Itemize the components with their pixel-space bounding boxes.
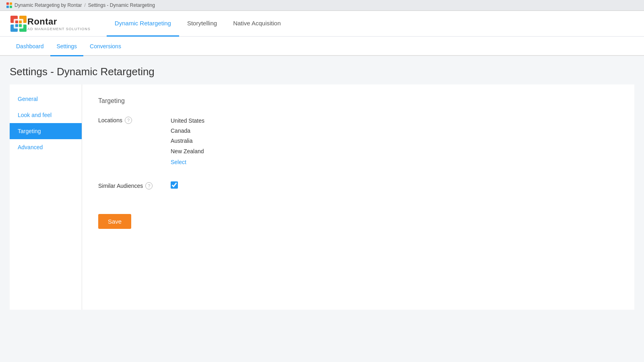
logo-area: Rontar AD MANAGEMENT SOLUTIONS — [10, 15, 91, 33]
tab-dashboard[interactable]: Dashboard — [10, 37, 50, 56]
locations-row: Locations ? United States Canada Austral… — [98, 116, 618, 165]
breadcrumb-page: Settings - Dynamic Retargeting — [88, 2, 155, 8]
similar-audiences-help-icon[interactable]: ? — [145, 182, 153, 189]
breadcrumb-app: Dynamic Retargeting by Rontar — [14, 2, 82, 8]
locations-value: United States Canada Australia New Zeala… — [171, 116, 618, 165]
location-ca: Canada — [171, 126, 618, 136]
brand-name: Rontar — [27, 16, 91, 27]
sidebar-item-look-and-feel[interactable]: Look and feel — [10, 107, 82, 123]
location-us: United States — [171, 116, 618, 126]
section-title: Targeting — [98, 97, 618, 105]
nav-item-dynamic-retargeting[interactable]: Dynamic Retargeting — [107, 11, 179, 37]
main-nav: Dynamic Retargeting Storytelling Native … — [107, 11, 289, 36]
nav-item-native-acquisition[interactable]: Native Acquisition — [225, 11, 289, 37]
similar-audiences-value — [171, 181, 618, 190]
locations-list: United States Canada Australia New Zeala… — [171, 116, 618, 156]
svg-rect-9 — [15, 21, 18, 23]
brand-tagline: AD MANAGEMENT SOLUTIONS — [27, 27, 91, 31]
svg-rect-1 — [10, 2, 12, 5]
svg-rect-3 — [10, 6, 12, 8]
nav-item-storytelling[interactable]: Storytelling — [179, 11, 225, 37]
breadcrumb-separator: / — [84, 2, 85, 8]
page-title: Settings - Dynamic Retargeting — [10, 66, 634, 78]
sidebar-item-targeting[interactable]: Targeting — [10, 123, 82, 139]
tab-settings[interactable]: Settings — [50, 37, 84, 56]
save-button[interactable]: Save — [98, 214, 131, 229]
location-nz: New Zealand — [171, 146, 618, 156]
svg-rect-2 — [6, 6, 9, 8]
main-header: Rontar AD MANAGEMENT SOLUTIONS Dynamic R… — [0, 11, 644, 37]
main-content: Targeting Locations ? United States Cana… — [82, 84, 634, 310]
browser-bar: Dynamic Retargeting by Rontar / Settings… — [0, 0, 644, 11]
svg-rect-0 — [6, 2, 9, 5]
content-layout: General Look and feel Targeting Advanced… — [0, 84, 644, 326]
sidebar-item-general[interactable]: General — [10, 91, 82, 107]
sidebar-item-advanced[interactable]: Advanced — [10, 139, 82, 155]
similar-audiences-row: Similar Audiences ? — [98, 181, 618, 190]
logo-icon — [10, 15, 27, 33]
svg-rect-8 — [14, 19, 23, 29]
sidebar: General Look and feel Targeting Advanced — [10, 84, 82, 310]
locations-select-link[interactable]: Select — [171, 159, 186, 165]
svg-rect-10 — [19, 21, 22, 23]
logo-text: Rontar AD MANAGEMENT SOLUTIONS — [27, 16, 91, 31]
locations-label: Locations ? — [98, 116, 171, 124]
similar-audiences-checkbox[interactable] — [171, 181, 178, 189]
locations-help-icon[interactable]: ? — [125, 117, 132, 124]
favicon-icon — [6, 2, 12, 8]
location-au: Australia — [171, 136, 618, 146]
similar-audiences-label: Similar Audiences ? — [98, 181, 171, 189]
page-title-area: Settings - Dynamic Retargeting — [0, 56, 644, 84]
sub-nav: Dashboard Settings Conversions — [0, 37, 644, 56]
tab-conversions[interactable]: Conversions — [83, 37, 128, 56]
svg-rect-11 — [15, 24, 18, 27]
svg-rect-12 — [19, 24, 22, 27]
